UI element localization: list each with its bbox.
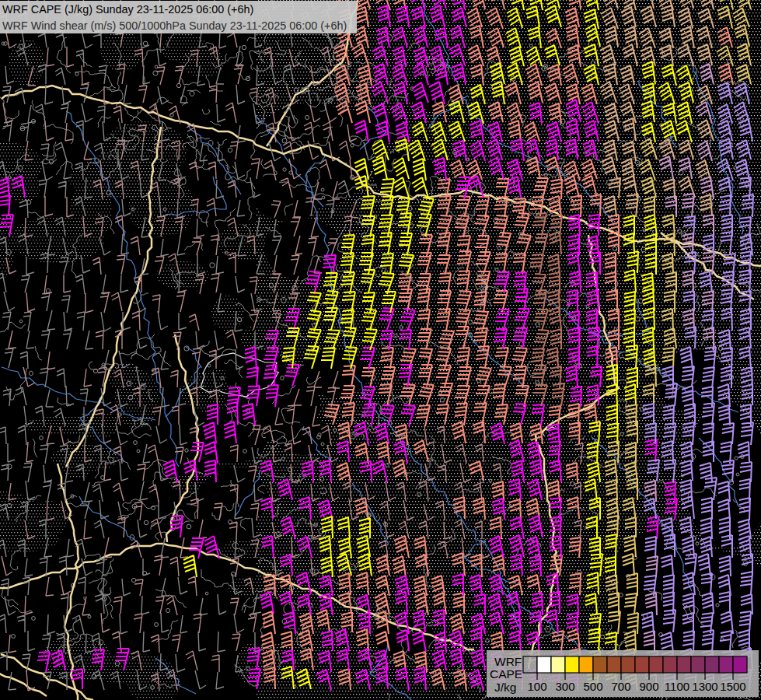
svg-text:WRF CAPE (J/kg) Sunday 23-11-2: WRF CAPE (J/kg) Sunday 23-11-2025 06:00 … bbox=[2, 3, 253, 16]
svg-text:700: 700 bbox=[611, 680, 630, 693]
svg-text:900: 900 bbox=[639, 680, 658, 693]
svg-text:1500: 1500 bbox=[720, 680, 745, 693]
svg-text:100: 100 bbox=[527, 680, 546, 693]
svg-text:500: 500 bbox=[583, 680, 602, 693]
svg-text:CAPE: CAPE bbox=[490, 667, 522, 681]
svg-text:J/kg: J/kg bbox=[494, 681, 516, 694]
svg-text:WRF: WRF bbox=[494, 655, 522, 668]
svg-text:1100: 1100 bbox=[665, 680, 689, 693]
svg-text:WRF Wind shear (m/s) 500/1000h: WRF Wind shear (m/s) 500/1000hPa Sunday … bbox=[2, 19, 347, 32]
svg-text:1300: 1300 bbox=[692, 680, 717, 693]
svg-text:300: 300 bbox=[555, 680, 574, 693]
